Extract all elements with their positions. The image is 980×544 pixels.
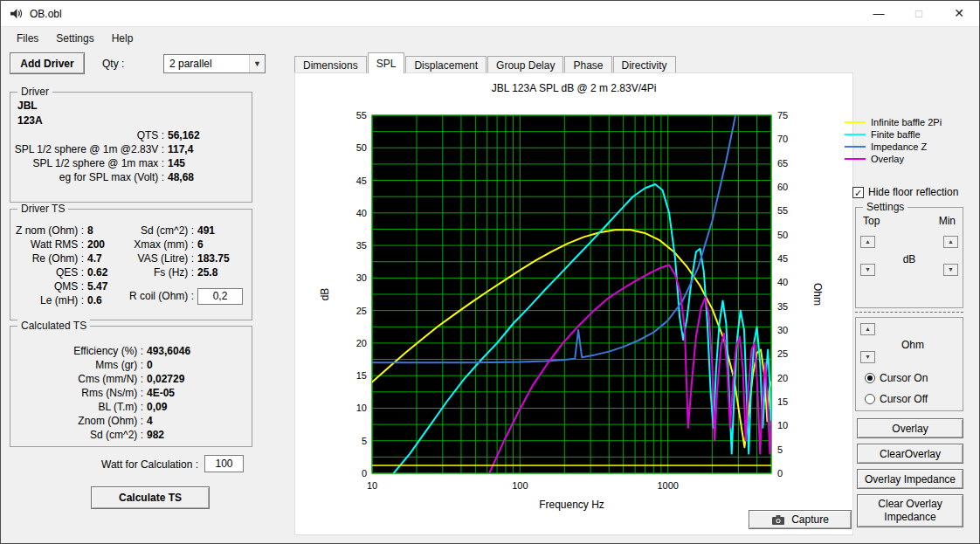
menu-settings[interactable]: Settings: [47, 29, 102, 48]
camera-icon: [771, 514, 785, 526]
rcoil-input[interactable]: [197, 288, 243, 305]
svg-text:0: 0: [777, 468, 783, 479]
field-label: Watt RMS :: [14, 238, 84, 251]
svg-text:25: 25: [356, 306, 367, 316]
calculate-ts-button[interactable]: Calculate TS: [91, 486, 210, 509]
checkbox-check-icon[interactable]: ✓: [852, 187, 864, 198]
legend-item: Finite baffle: [845, 128, 942, 141]
tab-dimensions[interactable]: Dimensions: [294, 56, 367, 73]
calculated-ts-fields: Efficiency (%) :493,6046 Mms (gr) :0 Cms…: [14, 344, 227, 442]
field-label: Efficiency (%) :: [14, 344, 143, 358]
driver-ts-col2: Sd (cm^2) :491 Xmax (mm) :6 VAS (Litre) …: [114, 224, 252, 305]
field-value: 0.62: [84, 265, 107, 279]
menu-files[interactable]: Files: [8, 29, 47, 48]
field-label: Sd (cm^2) :: [114, 224, 194, 238]
close-button[interactable]: ✕: [939, 1, 979, 26]
svg-text:15: 15: [777, 396, 788, 407]
svg-text:Ohm: Ohm: [811, 283, 824, 306]
svg-text:35: 35: [356, 240, 367, 251]
field-label: Mms (gr) :: [14, 358, 143, 372]
cursor-on-label: Cursor On: [880, 372, 928, 384]
field-row: VAS (Litre) :183.75: [114, 251, 252, 265]
ohm-spinner: ▲ ▼: [860, 323, 875, 363]
tab-phase[interactable]: Phase: [564, 56, 611, 73]
tab-group-delay[interactable]: Group Delay: [487, 56, 563, 73]
hide-floor-reflection-checkbox[interactable]: ✓ Hide floor reflection: [852, 186, 958, 198]
window-title: OB.obl: [30, 8, 62, 20]
chevron-down-icon: ▼: [249, 55, 265, 72]
legend-swatch-blue: [845, 146, 866, 148]
svg-text:0: 0: [362, 468, 367, 479]
cursor-on-radio[interactable]: Cursor On: [865, 372, 928, 384]
spin-down-icon[interactable]: ▼: [860, 351, 875, 363]
svg-text:45: 45: [777, 253, 788, 264]
legend-swatch-magenta: [845, 158, 866, 160]
field-label: Cms (mm/N) :: [14, 372, 143, 386]
radio-selected-icon[interactable]: [865, 373, 875, 383]
field-row: QES :0.62: [14, 265, 110, 279]
settings-group-title: Settings: [863, 201, 908, 213]
svg-text:25: 25: [777, 348, 788, 359]
field-row: Sd (cm^2) :491: [114, 224, 252, 238]
add-driver-button[interactable]: Add Driver: [10, 52, 85, 74]
legend-swatch-cyan: [845, 134, 866, 135]
field-value: 0: [143, 358, 153, 372]
svg-text:50: 50: [777, 230, 788, 240]
db-unit-label: dB: [856, 253, 963, 265]
svg-text:15: 15: [356, 370, 367, 381]
field-row: Znom (Ohm) :4: [14, 414, 227, 428]
spl-chart[interactable]: 0510152025303540455055051015202530354045…: [295, 100, 854, 517]
field-label: Fs (Hz) :: [114, 265, 194, 279]
field-value: 0,09: [143, 400, 167, 414]
tab-directivity[interactable]: Directivity: [613, 56, 676, 73]
menu-bar: Files Settings Help: [1, 27, 979, 50]
field-row: Mms (gr) :0: [14, 358, 227, 372]
field-value: 0.6: [84, 293, 102, 307]
chart-panel: JBL 123A SPL dB @ 2 m 2.83V/4Pi 05101520…: [294, 72, 853, 535]
overlay-impedance-button[interactable]: Overlay Impedance: [857, 469, 963, 489]
maximize-button[interactable]: □: [899, 1, 939, 26]
field-row: Xmax (mm) :6: [114, 238, 252, 251]
cursor-off-radio[interactable]: Cursor Off: [865, 393, 928, 405]
qty-dropdown[interactable]: 2 parallel ▼: [163, 54, 266, 73]
tab-displacement[interactable]: Displacement: [405, 56, 487, 73]
top-label: Top: [863, 215, 880, 227]
field-row: SPL 1/2 sphere @ 1m @2.83V :117,4: [14, 142, 227, 156]
svg-text:55: 55: [356, 110, 367, 121]
minimize-button[interactable]: —: [859, 1, 899, 26]
legend-item: Overlay: [845, 153, 942, 165]
tab-spl[interactable]: SPL: [368, 52, 405, 73]
clear-overlay-button[interactable]: ClearOverlay: [857, 444, 963, 464]
spin-up-icon[interactable]: ▲: [943, 236, 958, 248]
svg-text:70: 70: [777, 134, 788, 144]
watt-label: Watt for Calculation :: [10, 458, 198, 471]
legend-label: Overlay: [871, 154, 904, 164]
capture-button[interactable]: Capture: [749, 510, 852, 529]
field-label: Xmax (mm) :: [114, 238, 194, 251]
field-label: QES :: [14, 265, 84, 279]
clear-overlay-impedance-button[interactable]: Clear Overlay Impedance: [857, 494, 963, 527]
field-value: 4.7: [84, 251, 102, 265]
field-label: Z nom (Ohm) :: [14, 224, 84, 238]
svg-text:20: 20: [356, 338, 367, 348]
field-label: VAS (Litre) :: [114, 251, 194, 265]
svg-text:30: 30: [356, 272, 367, 283]
spin-down-icon[interactable]: ▼: [943, 264, 958, 276]
overlay-button[interactable]: Overlay: [857, 418, 963, 438]
field-row: Z nom (Ohm) :8: [14, 224, 110, 238]
svg-text:1000: 1000: [657, 480, 678, 491]
spin-down-icon[interactable]: ▼: [860, 264, 875, 276]
radio-unselected-icon[interactable]: [865, 394, 875, 404]
field-value: 183.75: [194, 251, 230, 265]
driver-name-line1: JBL: [17, 100, 38, 112]
menu-help[interactable]: Help: [103, 29, 142, 48]
spin-up-icon[interactable]: ▲: [860, 323, 875, 335]
rcoil-row: R coil (Ohm) :: [114, 287, 252, 305]
spin-up-icon[interactable]: ▲: [860, 236, 875, 248]
field-value: 56,162: [164, 128, 200, 142]
tab-strip: Dimensions SPL Displacement Group Delay …: [294, 52, 677, 73]
field-label: BL (T.m) :: [14, 400, 143, 414]
svg-text:40: 40: [356, 208, 367, 218]
svg-text:65: 65: [777, 158, 788, 169]
watt-input[interactable]: [204, 455, 244, 472]
